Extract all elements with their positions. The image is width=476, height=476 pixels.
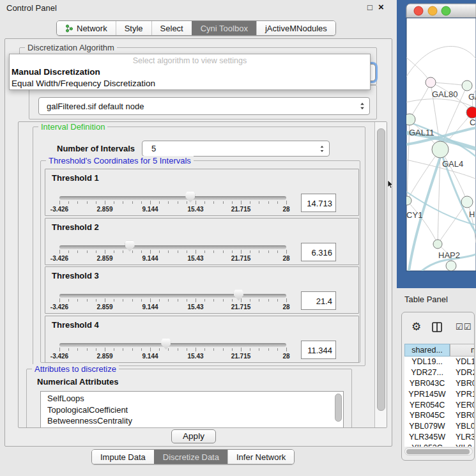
cell-shared-name: YDL19... [404, 357, 450, 366]
bottom-tab-bar: Impute DataDiscretize DataInfer Network [91, 449, 295, 464]
table-row[interactable]: YBR045CYBR0 [404, 410, 475, 421]
table-row[interactable]: YBR043CYBR0 [404, 378, 475, 389]
threshold-slider-track[interactable] [59, 245, 286, 249]
network-node-gal80[interactable] [426, 77, 436, 88]
table-row[interactable]: YIL052CYIL0 [404, 442, 475, 447]
threshold-value-field[interactable]: 6.316 [301, 243, 336, 261]
table-data-combobox[interactable]: galFiltered.sif default node [38, 97, 370, 115]
checkbox-icons[interactable]: ☑☑ [456, 322, 472, 332]
column-header-shared-name[interactable]: shared... [404, 344, 450, 357]
slider-tick [77, 348, 78, 351]
discretization-algorithm-title: Discretization Algorithm [25, 43, 117, 52]
tab-label: Cyni Toolbox [201, 24, 248, 33]
slider-tick [286, 250, 287, 254]
threshold-value-field[interactable]: 14.713 [301, 194, 336, 212]
bottom-tab-infer-network[interactable]: Infer Network [227, 450, 294, 464]
slider-tick [277, 201, 278, 204]
slider-tick [168, 348, 169, 351]
slider-tick [196, 298, 196, 302]
close-window-icon[interactable] [414, 6, 423, 15]
slider-tick [132, 250, 133, 253]
slider-tick-label: 15.43 [187, 206, 203, 213]
table-panel-title: Table Panel [404, 295, 448, 304]
panel-vscrollbar[interactable] [374, 122, 387, 427]
threshold-label: Threshold 2 [52, 222, 99, 232]
network-node-h[interactable] [461, 196, 473, 208]
table-row[interactable]: YER054CYER0 [404, 399, 475, 410]
interval-definition-title: Interval Definition [38, 122, 107, 132]
cell-shared-name: YER054C [404, 401, 450, 410]
threshold-box-2: Threshold 2-3.4262.8599.14415.4321.71528… [45, 218, 359, 265]
gear-icon[interactable]: ⚙ [411, 320, 421, 334]
table-row[interactable]: YPR145WYPR1 [404, 388, 475, 399]
slider-tick [114, 201, 114, 204]
zoom-window-icon[interactable] [441, 6, 450, 15]
list-item[interactable]: TopologicalCoefficient [41, 404, 343, 416]
slider-tick [150, 201, 151, 204]
slider-tick-label: 9.144 [142, 206, 158, 213]
threshold-value-field[interactable]: 21.4 [301, 291, 336, 310]
node-label: GAL4 [442, 159, 463, 169]
slider-tick [223, 201, 224, 204]
tab-cyni-toolbox[interactable]: Cyni Toolbox [192, 21, 256, 35]
tab-network[interactable]: Network [57, 21, 116, 35]
slider-tick-label: -3.426 [50, 255, 68, 262]
apply-button[interactable]: Apply [171, 429, 216, 443]
stepper-arrows-icon[interactable] [318, 145, 326, 153]
slider-tick [150, 298, 151, 302]
cell-name: YIL0 [450, 443, 472, 447]
network-node-hap2[interactable] [433, 240, 442, 249]
list-item[interactable]: BetweennessCentrality [41, 415, 343, 427]
table-row[interactable]: YBL079WYBL0 [404, 421, 475, 432]
minimize-window-icon[interactable] [428, 6, 437, 15]
algorithm-option-equal-width[interactable]: Equal Width/Frequency Discretization [10, 78, 370, 89]
slider-tick [178, 250, 178, 253]
split-columns-icon[interactable] [432, 322, 443, 333]
panel-vscroll-thumb[interactable] [377, 128, 385, 411]
tab-style[interactable]: Style [116, 21, 151, 35]
table-hscroll-thumb[interactable] [406, 449, 470, 454]
cell-shared-name: YLR345W [404, 433, 450, 441]
slider-tick-label: -3.426 [50, 303, 68, 311]
bottom-tab-discretize-data[interactable]: Discretize Data [154, 450, 227, 464]
slider-tick [159, 250, 160, 253]
bottom-tab-impute-data[interactable]: Impute Data [92, 450, 154, 464]
threshold-slider-handle[interactable] [234, 289, 243, 300]
slider-tick [159, 201, 160, 204]
slider-tick [259, 299, 259, 302]
table-row[interactable]: YDR27...YDR2 [404, 367, 475, 378]
algorithm-option-manual[interactable]: Manual Discretization [10, 66, 370, 78]
threshold-slider-track[interactable] [59, 196, 286, 200]
float-panel-icon[interactable]: □ [367, 3, 372, 12]
tab-jactivemnodules[interactable]: jActiveMNodules [256, 21, 335, 35]
slider-tick [96, 348, 96, 351]
column-header-name[interactable]: na [450, 344, 475, 357]
list-vscroll-thumb[interactable] [335, 394, 342, 422]
numerical-attributes-list[interactable]: SelfLoopsTopologicalCoefficientBetweenne… [40, 391, 344, 428]
number-of-intervals-combobox[interactable]: 5 [142, 141, 330, 157]
close-panel-icon[interactable]: × [378, 1, 384, 12]
network-node[interactable] [446, 261, 456, 271]
slider-tick [268, 299, 269, 302]
threshold-value-field[interactable]: 11.344 [301, 341, 336, 359]
slider-tick [241, 201, 242, 204]
network-node-c[interactable] [466, 107, 476, 118]
table-hscrollbar[interactable] [404, 447, 473, 456]
algorithm-popup: Select algorithm to view settings Manual… [9, 54, 371, 90]
network-node-gal4[interactable] [432, 141, 449, 158]
network-node-ga[interactable] [462, 81, 472, 91]
threshold-slider-handle[interactable] [125, 241, 135, 252]
tab-select[interactable]: Select [151, 21, 192, 35]
threshold-slider-track[interactable] [59, 343, 286, 347]
table-row[interactable]: YDL19...YDL1 [404, 357, 475, 367]
cell-name: YLR3 [450, 433, 475, 441]
threshold-slider-handle[interactable] [161, 339, 171, 349]
tab-label: Discretize Data [163, 452, 219, 462]
list-item[interactable]: SelfLoops [41, 393, 343, 404]
stepper-arrows-icon[interactable] [358, 102, 367, 110]
slider-tick [77, 299, 78, 302]
threshold-slider-track[interactable] [59, 294, 286, 298]
table-row[interactable]: YLR345WYLR3 [404, 432, 475, 443]
network-view-window[interactable]: GAL80GACGAL11GAL4GCY1HHAP2 [397, 0, 476, 288]
slider-tick [250, 348, 250, 351]
